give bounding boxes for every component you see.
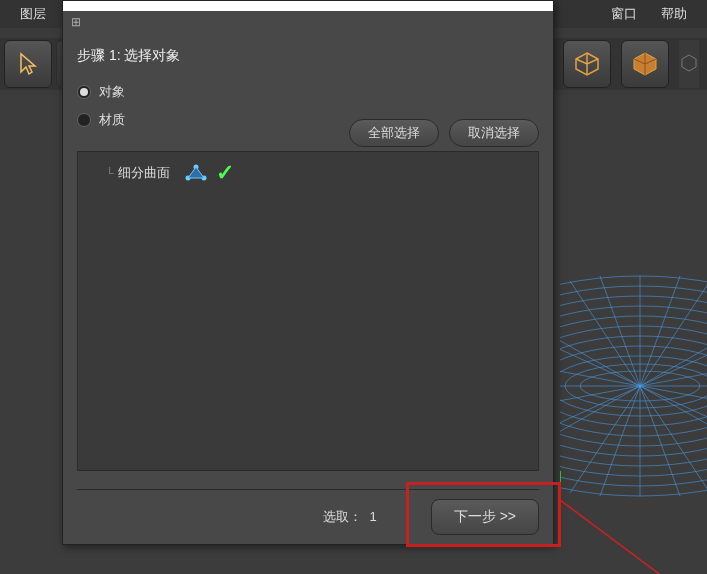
- tool-cube-1[interactable]: [563, 40, 611, 88]
- axis-arrow-red: [560, 500, 690, 574]
- select-all-button[interactable]: 全部选择: [349, 119, 439, 147]
- dialog-tab-row: ⊞: [63, 11, 553, 35]
- radio-object[interactable]: [77, 85, 91, 99]
- tool-cube-2[interactable]: [621, 40, 669, 88]
- selection-count-label: 选取： 1: [323, 508, 376, 526]
- dialog-titlebar[interactable]: [63, 1, 553, 11]
- subdivision-icon: [184, 163, 208, 183]
- svg-line-30: [560, 500, 678, 574]
- radio-object-label: 对象: [99, 83, 125, 101]
- menu-layers[interactable]: 图层: [8, 5, 58, 23]
- tree-item-subdivision[interactable]: └ 细分曲面 ✓: [86, 160, 530, 186]
- tool-pointer[interactable]: [4, 40, 52, 88]
- dialog-body: 步骤 1: 选择对象 对象 材质 全部选择 取消选择 └ 细分曲面: [63, 35, 553, 151]
- deselect-button[interactable]: 取消选择: [449, 119, 539, 147]
- object-tree-panel[interactable]: └ 细分曲面 ✓: [77, 151, 539, 471]
- menu-window[interactable]: 窗口: [599, 5, 649, 23]
- grid-icon: ⊞: [71, 15, 87, 31]
- radio-material[interactable]: [77, 113, 91, 127]
- menu-help[interactable]: 帮助: [649, 5, 699, 23]
- checkmark-icon: ✓: [216, 160, 234, 186]
- selection-buttons: 全部选择 取消选择: [349, 119, 539, 147]
- tool-cube-3[interactable]: [679, 40, 699, 88]
- dialog-bottom-bar: 选取： 1 下一步 >>: [77, 489, 539, 544]
- radio-object-row[interactable]: 对象: [77, 83, 539, 101]
- tree-branch-icon: └: [106, 167, 114, 179]
- step-title: 步骤 1: 选择对象: [77, 47, 539, 65]
- radio-material-label: 材质: [99, 111, 125, 129]
- next-button[interactable]: 下一步 >>: [431, 499, 539, 535]
- bake-dialog: ⊞ 步骤 1: 选择对象 对象 材质 全部选择 取消选择 └ 细分曲面: [62, 0, 554, 545]
- tree-item-label: 细分曲面: [118, 164, 170, 182]
- wireframe-mesh: [560, 271, 707, 501]
